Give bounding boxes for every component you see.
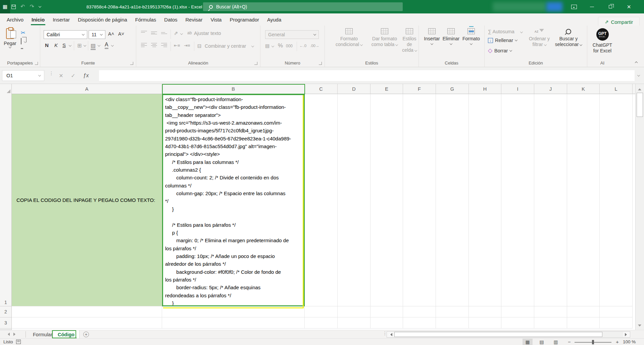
column-header-a[interactable]: A [12, 84, 162, 94]
close-button[interactable]: × [622, 0, 636, 13]
italic-button[interactable]: K [54, 42, 58, 48]
column-header-k[interactable]: K [567, 84, 600, 94]
increase-indent-icon[interactable]: ⇥≡ [184, 43, 190, 48]
fill-color-button[interactable]: ▨ [91, 42, 96, 50]
column-header-b[interactable]: B [162, 84, 305, 94]
orientation-dropdown-icon[interactable] [180, 32, 183, 35]
cell-b2[interactable] [162, 306, 305, 317]
sort-filter-button[interactable]: AZ Ordenar y filtrar [528, 29, 551, 47]
clipboard-dialog-launcher-icon[interactable] [35, 62, 38, 65]
column-header-j[interactable]: J [534, 84, 567, 94]
cell-g2[interactable] [436, 306, 469, 317]
cell-d3[interactable] [338, 317, 370, 329]
cell-i3[interactable] [501, 317, 534, 329]
normal-view-button[interactable]: ▦ [523, 339, 533, 345]
accounting-dropdown-icon[interactable] [271, 44, 274, 47]
cell-k3[interactable] [567, 317, 600, 329]
cell-k2[interactable] [567, 306, 600, 317]
cell-g3[interactable] [436, 317, 469, 329]
cell-b1-selected[interactable]: <div class="fb-product-information- tab_… [162, 94, 305, 306]
tab-ayuda[interactable]: Ayuda [263, 13, 285, 26]
copy-button[interactable] [21, 38, 26, 44]
find-select-button[interactable]: Buscar y seleccionar [552, 29, 585, 47]
cell-h2[interactable] [469, 306, 501, 317]
cell-i1[interactable] [501, 94, 534, 306]
cell-h1[interactable] [469, 94, 501, 306]
cell-c3[interactable] [305, 317, 338, 329]
cell-c1[interactable] [305, 94, 338, 306]
percent-style-button[interactable]: % [278, 42, 283, 49]
align-center-icon[interactable] [151, 43, 157, 47]
comma-style-button[interactable]: 000 [286, 44, 293, 48]
paste-button[interactable]: Pegar [3, 28, 17, 48]
underline-dropdown-icon[interactable] [69, 44, 71, 46]
insert-cells-button[interactable]: Insertar [423, 28, 441, 45]
row-header-1[interactable]: 1 [0, 94, 12, 306]
minimize-button[interactable] [585, 0, 599, 13]
font-size-select[interactable]: 11 [89, 30, 105, 39]
accounting-format-button[interactable]: ▤ [265, 43, 269, 48]
wrap-text-button[interactable]: Ajustar texto [194, 31, 221, 36]
tab-inicio[interactable]: Inicio [28, 13, 49, 26]
horizontal-scrollbar[interactable] [387, 331, 630, 338]
column-header-g[interactable]: G [436, 84, 469, 94]
scroll-up-icon[interactable] [638, 87, 641, 90]
ribbon-display-options-button[interactable] [566, 0, 581, 13]
cell-k1[interactable] [567, 94, 600, 306]
cancel-button[interactable]: ✕ [56, 70, 66, 81]
cell-j3[interactable] [534, 317, 567, 329]
font-dialog-launcher-icon[interactable] [130, 62, 133, 65]
cell-a2[interactable] [12, 306, 162, 317]
hscroll-right-icon[interactable] [625, 333, 629, 336]
vertical-scrollbar[interactable] [635, 84, 644, 330]
cell-f3[interactable] [403, 317, 436, 329]
cell-a3[interactable] [12, 317, 162, 329]
increase-decimal-icon[interactable]: ←.0 [299, 44, 306, 48]
cell-d2[interactable] [338, 306, 370, 317]
hscroll-left-icon[interactable] [389, 333, 392, 336]
bold-button[interactable]: N [45, 42, 49, 48]
autosum-button[interactable]: ∑ Autosuma [488, 29, 523, 34]
underline-button[interactable]: S [62, 42, 66, 48]
enter-button[interactable]: ✓ [68, 70, 79, 81]
collapse-ribbon-icon[interactable] [635, 61, 638, 64]
cell-a1[interactable]: COPIA EL CODIGO DEL INPAGE Y PEGALO COMO… [12, 94, 162, 306]
decrease-font-button[interactable]: A˅ [118, 31, 124, 37]
delete-cells-button[interactable]: Eliminar [442, 28, 460, 45]
cell-e1[interactable] [370, 94, 403, 306]
cell-d1[interactable] [338, 94, 370, 306]
restore-button[interactable] [603, 0, 618, 13]
align-right-icon[interactable] [161, 43, 167, 47]
zoom-out-button[interactable]: − [568, 339, 571, 345]
undo-icon[interactable]: ↶ [20, 4, 25, 9]
fill-color-dropdown-icon[interactable] [98, 44, 100, 46]
decrease-indent-icon[interactable]: ⇤≡ [174, 43, 180, 48]
increase-font-button[interactable]: A˄ [108, 31, 114, 37]
font-color-button[interactable]: A [105, 42, 108, 49]
expand-formula-bar-icon[interactable] [637, 74, 640, 76]
column-header-f[interactable]: F [403, 84, 436, 94]
horizontal-scroll-thumb[interactable] [394, 332, 602, 337]
column-header-h[interactable]: H [469, 84, 501, 94]
formula-input[interactable] [99, 70, 635, 81]
cell-l1[interactable] [600, 94, 633, 306]
tab-vista[interactable]: Vista [206, 13, 226, 26]
decrease-decimal-icon[interactable]: .00→ [310, 44, 319, 48]
fill-button[interactable]: ↓ Rellenar [488, 38, 517, 43]
conditional-formatting-button[interactable]: Formato condicional [332, 28, 366, 47]
tab-datos[interactable]: Datos [160, 13, 181, 26]
page-break-view-button[interactable]: ▥ [551, 339, 561, 345]
cell-l3[interactable] [600, 317, 633, 329]
tab-formulas[interactable]: Fórmulas [131, 13, 160, 26]
orientation-button[interactable]: ⇗ [174, 30, 178, 36]
align-bottom-icon[interactable] [161, 32, 167, 34]
cell-e2[interactable] [370, 306, 403, 317]
name-box[interactable]: O1 [2, 70, 44, 81]
number-dialog-launcher-icon[interactable] [319, 62, 322, 65]
format-as-table-button[interactable]: Dar formato como tabla [368, 28, 401, 47]
cell-styles-button[interactable]: Estilos de celda [401, 28, 418, 53]
tab-revisar[interactable]: Revisar [182, 13, 207, 26]
sheet-tab-codigo[interactable]: Código [53, 330, 80, 339]
vertical-scroll-thumb[interactable] [637, 93, 643, 117]
cell-f1[interactable] [403, 94, 436, 306]
